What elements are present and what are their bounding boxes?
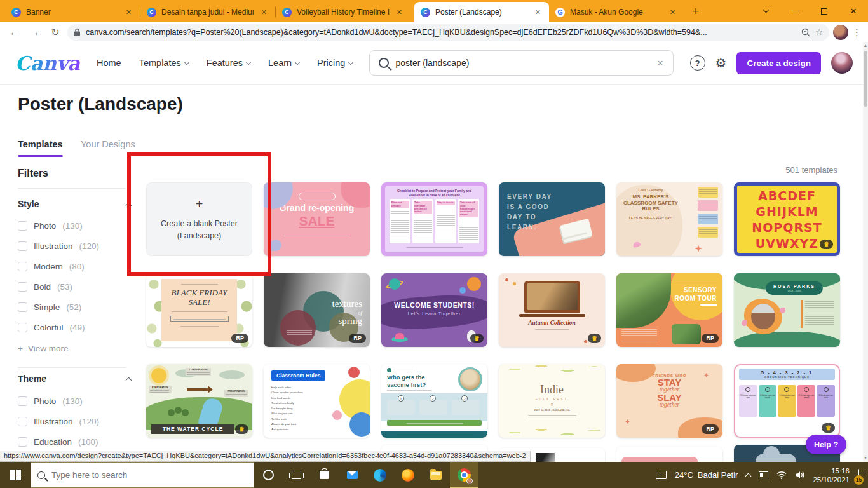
nav-pricing[interactable]: Pricing <box>317 58 353 68</box>
weather-temp[interactable]: 24°C <box>675 470 693 480</box>
nav-templates[interactable]: Templates <box>139 58 189 68</box>
template-grounding-technique[interactable]: 5 - 4 - 3 - 2 - 1 GROUNDING TECHNIQUE 5 … <box>734 364 840 438</box>
wifi-icon[interactable] <box>776 471 787 479</box>
checkbox[interactable] <box>18 323 27 332</box>
checkbox[interactable] <box>18 396 27 406</box>
cortana-button[interactable] <box>254 462 282 488</box>
filter-option-theme-photo[interactable]: Photo(130) <box>18 396 83 406</box>
start-button[interactable] <box>0 462 31 488</box>
template-welcome-students[interactable]: WELCOME STUDENTS! Let's Learn Together ♛ <box>381 273 487 347</box>
template-indie-folk-fest[interactable]: Indie FOLK FEST ✕ JULY 14, 2018 - OAKLAN… <box>499 364 605 438</box>
template-rosa-parks[interactable]: ROSA PARKS 1913 - 2005 <box>734 273 840 347</box>
tab-search-chevron-icon[interactable] <box>751 0 780 22</box>
back-icon[interactable]: ← <box>6 27 23 38</box>
scrollbar-thumb[interactable] <box>864 51 867 107</box>
filter-section-style[interactable]: Style <box>18 199 131 209</box>
template-grand-reopening-sale[interactable]: Grand re-opening SALE <box>264 182 370 256</box>
scroll-up-arrow[interactable]: ▲ <box>863 42 868 50</box>
browser-tab-volleyball[interactable]: Volleyball History Timeline In ✕ <box>276 2 410 22</box>
filter-option-illustration[interactable]: Illustration(120) <box>18 241 99 251</box>
template-water-cycle[interactable]: EVAPORATION CONDENSATION PRECIPITATION T… <box>146 364 252 438</box>
checkbox[interactable] <box>18 221 27 231</box>
browser-tab-banner[interactable]: Banner ✕ <box>5 2 140 22</box>
mail-button[interactable] <box>338 462 366 488</box>
close-tab-icon[interactable]: ✕ <box>668 8 677 17</box>
checkbox[interactable] <box>18 262 27 271</box>
filter-option-theme-education[interactable]: Education(100) <box>18 437 98 447</box>
filter-section-theme[interactable]: Theme <box>18 374 131 384</box>
close-tab-icon[interactable]: ✕ <box>533 8 543 17</box>
template-black-friday-sale[interactable]: BLACK FRIDAY SALE! RP <box>146 273 252 347</box>
task-view-button[interactable] <box>282 462 310 488</box>
tab-templates[interactable]: Templates <box>18 139 63 149</box>
checkbox[interactable] <box>18 437 27 447</box>
close-tab-icon[interactable]: ✕ <box>259 8 269 17</box>
close-tab-icon[interactable]: ✕ <box>395 8 404 17</box>
volume-icon[interactable] <box>795 471 804 479</box>
filter-option-theme-illustration[interactable]: Illustration(120) <box>18 417 99 426</box>
bookmark-star-icon[interactable]: ☆ <box>815 27 823 37</box>
help-floating-button[interactable]: Help ? <box>806 435 846 454</box>
maximize-button[interactable] <box>810 0 839 22</box>
show-hidden-icons-chevron[interactable] <box>745 473 752 480</box>
microsoft-store-button[interactable] <box>310 462 338 488</box>
chrome-button-active[interactable] <box>450 462 478 488</box>
new-tab-button[interactable]: + <box>688 3 704 20</box>
weather-desc[interactable]: Badai Petir <box>698 470 738 480</box>
page-scrollbar[interactable]: ▲ ▼ <box>863 42 868 462</box>
canva-logo[interactable]: Canva <box>15 52 80 74</box>
taskbar-clock[interactable]: 15:16 25/10/2021 <box>813 466 850 484</box>
template-sensory-room-tour[interactable]: SENSORYROOM TOUR RP <box>616 273 722 347</box>
template-alphabet-poster[interactable]: ABCDEF GHIJKLM NOPQRST UVWXYZ ♛ <box>734 182 840 256</box>
template-textures-of-spring[interactable]: textures of spring RP <box>264 273 370 347</box>
news-weather-icon[interactable] <box>656 471 667 479</box>
browser-menu-icon[interactable]: ⋮ <box>852 27 862 38</box>
user-avatar[interactable] <box>831 52 853 74</box>
tab-your-designs[interactable]: Your Designs <box>81 139 135 149</box>
filter-option-simple[interactable]: Simple(52) <box>18 302 81 312</box>
nav-learn[interactable]: Learn <box>268 58 299 68</box>
help-icon[interactable]: ? <box>690 55 705 71</box>
template-autumn-collection[interactable]: Autumn Collection ♛ <box>499 273 605 347</box>
close-window-button[interactable]: ✕ <box>839 0 868 22</box>
browser-tab-google-login[interactable]: Masuk - Akun Google ✕ <box>549 2 684 22</box>
view-more-button[interactable]: +View more <box>18 344 68 353</box>
zoom-out-icon[interactable] <box>801 28 810 37</box>
template-friends-stay-slay[interactable]: FRIENDS WHO STAY together SLAY together … <box>616 364 722 438</box>
edge-button[interactable] <box>366 462 394 488</box>
checkbox[interactable] <box>18 302 27 312</box>
tablet-mode-icon[interactable] <box>759 471 768 478</box>
checkbox[interactable] <box>18 282 27 292</box>
search-input[interactable] <box>395 58 650 68</box>
template-classroom-rules[interactable]: Classroom Rules Help each other Clean up… <box>264 364 370 438</box>
gear-icon[interactable]: ⚙ <box>715 55 727 71</box>
nav-features[interactable]: Features <box>207 58 250 68</box>
filter-option-bold[interactable]: Bold(53) <box>18 282 72 292</box>
filter-option-modern[interactable]: Modern(80) <box>18 262 85 271</box>
clear-search-icon[interactable]: ✕ <box>657 58 664 68</box>
template-classroom-safety-rules[interactable]: Class 1 - Butterfly MS. PARKER'S CLASSRO… <box>616 182 722 256</box>
filter-option-colorful[interactable]: Colorful(49) <box>18 323 85 332</box>
forward-icon[interactable]: → <box>27 27 43 38</box>
checkbox[interactable] <box>18 241 27 251</box>
checkbox[interactable] <box>18 417 27 426</box>
create-a-design-button[interactable]: Create a design <box>736 52 821 74</box>
url-omnibox[interactable]: canva.com/search/templates?q=Poster%20(L… <box>67 24 829 41</box>
file-explorer-button[interactable] <box>422 462 450 488</box>
template-outbreak-checklist[interactable]: Checklist to Prepare and Protect your Fa… <box>381 182 487 256</box>
browser-tab-poster-active[interactable]: Poster (Landscape) ✕ <box>414 2 549 22</box>
browser-profile-avatar[interactable] <box>833 25 848 40</box>
template-search-box[interactable]: ✕ <box>369 50 673 76</box>
browser-tab-desain[interactable]: Desain tanpa judul - Medium ✕ <box>140 2 275 22</box>
minimize-button[interactable] <box>780 0 810 22</box>
taskbar-search-input[interactable] <box>51 470 247 480</box>
filter-option-photo[interactable]: Photo(130) <box>18 221 83 231</box>
taskbar-search-box[interactable] <box>31 462 254 488</box>
reload-icon[interactable]: ↻ <box>47 26 64 38</box>
create-blank-poster-card[interactable]: + Create a blank Poster (Landscape) <box>146 182 252 256</box>
template-everyday-learn[interactable]: EVERY DAY IS A GOOD DAY TO LEARN. <box>499 182 605 256</box>
template-vaccine-priority[interactable]: Who gets thevaccine first? 1 2 3 <box>381 364 487 438</box>
scroll-down-arrow[interactable]: ▼ <box>863 454 868 462</box>
firefox-button[interactable] <box>394 462 422 488</box>
close-tab-icon[interactable]: ✕ <box>124 8 133 17</box>
